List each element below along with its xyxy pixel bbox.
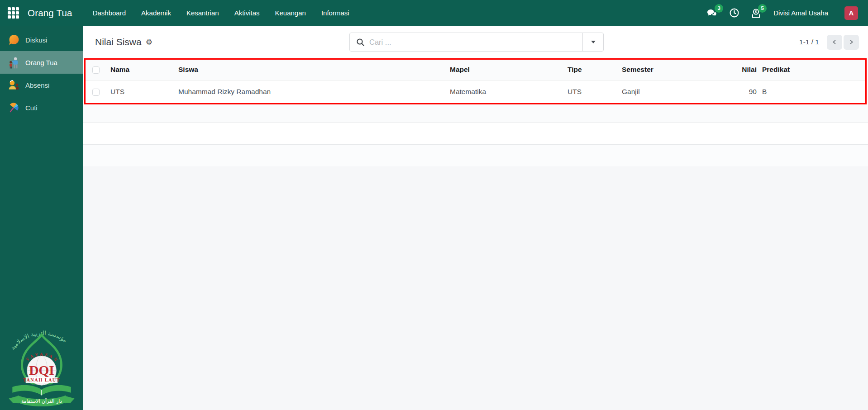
column-header-nama[interactable]: Nama	[106, 60, 174, 80]
svg-text:$: $	[755, 9, 757, 14]
sidebar-item-label: Cuti	[25, 104, 38, 112]
sidebar-item-label: Diskusi	[25, 36, 47, 44]
apps-grid-icon[interactable]	[8, 7, 19, 19]
logo-arabic-bottom: دار القرآن الاستقامة	[21, 398, 62, 404]
select-all-checkbox[interactable]	[92, 66, 100, 74]
messages-badge: 3	[715, 4, 723, 13]
cell-semester: Ganjil	[617, 80, 735, 103]
column-header-semester[interactable]: Semester	[617, 60, 735, 80]
column-header-siswa[interactable]: Siswa	[174, 60, 445, 80]
user-menu[interactable]: Divisi Amal Usaha	[773, 9, 828, 17]
cell-predikat: B	[758, 80, 865, 103]
table-row[interactable]: UTS Muhammad Rizky Ramadhan Matematika U…	[86, 80, 865, 103]
chevron-right-icon	[848, 39, 854, 45]
foundation-logo: مؤسسة التربية الاسلامية YAYASAN DQI TANA…	[0, 320, 83, 410]
search-box	[349, 33, 604, 52]
sidebar-item-cuti[interactable]: Cuti	[0, 96, 83, 119]
highlight-box: Nama Siswa Mapel Tipe Semester Nilai Pre…	[84, 58, 867, 104]
main-content: Nilai Siswa ⚙ 1-1 / 1	[83, 26, 868, 410]
donation-badge: 5	[758, 4, 767, 13]
sidebar-item-label: Orang Tua	[25, 59, 57, 66]
column-header-tipe[interactable]: Tipe	[563, 60, 617, 80]
umbrella-icon	[8, 102, 20, 114]
sidebar-item-label: Absensi	[25, 81, 49, 89]
cell-nilai: 90	[735, 80, 758, 103]
systray: 3 $ 5 Divisi Amal Usaha A	[706, 6, 858, 20]
content-background	[83, 166, 868, 410]
chevron-down-icon	[591, 41, 596, 43]
menu-informasi[interactable]: Informasi	[316, 6, 355, 19]
row-checkbox[interactable]	[92, 89, 100, 96]
cell-mapel: Matematika	[445, 80, 563, 103]
messages-icon[interactable]: 3	[706, 7, 718, 19]
records-table: Nama Siswa Mapel Tipe Semester Nilai Pre…	[86, 60, 865, 103]
sidebar-item-diskusi[interactable]: Diskusi	[0, 28, 83, 51]
menu-akademik[interactable]: Akademik	[136, 6, 176, 19]
table-header-row: Nama Siswa Mapel Tipe Semester Nilai Pre…	[86, 60, 865, 80]
attendance-person-icon	[8, 79, 20, 91]
column-header-predikat[interactable]: Predikat	[758, 60, 865, 80]
cell-tipe: UTS	[563, 80, 617, 103]
donation-tray-icon[interactable]: $ 5	[750, 7, 762, 19]
gear-icon[interactable]: ⚙	[146, 38, 153, 46]
top-menu: Dashboard Akademik Kesantrian Aktivitas …	[85, 0, 357, 26]
logo-dqi: DQI	[29, 363, 54, 377]
chevron-left-icon	[831, 39, 838, 45]
search-icon	[356, 38, 365, 47]
svg-text:مؤسسة التربية الاسلامية: مؤسسة التربية الاسلامية	[9, 330, 68, 351]
logo-tanah-laut: TANAH LAUT	[23, 377, 60, 382]
empty-row-stripe-2	[83, 145, 868, 166]
pager-range: 1-1 / 1	[799, 38, 819, 46]
cell-nama: UTS	[106, 80, 174, 103]
cell-siswa: Muhammad Rizky Ramadhan	[174, 80, 445, 103]
empty-row-white	[83, 123, 868, 145]
sidebar-item-absensi[interactable]: Absensi	[0, 74, 83, 96]
search-input[interactable]	[369, 33, 582, 51]
menu-kesantrian[interactable]: Kesantrian	[181, 6, 224, 19]
avatar[interactable]: A	[844, 6, 858, 20]
search-dropdown-toggle[interactable]	[582, 33, 603, 51]
activity-clock-icon[interactable]	[728, 7, 740, 19]
column-header-mapel[interactable]: Mapel	[445, 60, 563, 80]
control-panel: Nilai Siswa ⚙ 1-1 / 1	[83, 26, 868, 58]
dqi-logo: مؤسسة التربية الاسلامية YAYASAN DQI TANA…	[6, 320, 77, 409]
menu-dashboard[interactable]: Dashboard	[87, 6, 131, 19]
column-header-nilai[interactable]: Nilai	[735, 60, 758, 80]
discussion-icon	[8, 34, 20, 46]
menu-keuangan[interactable]: Keuangan	[270, 6, 311, 19]
page-title: Nilai Siswa	[95, 37, 142, 47]
clock-icon	[729, 7, 740, 19]
sidebar-item-orang-tua[interactable]: Orang Tua	[0, 51, 83, 74]
pager: 1-1 / 1	[799, 35, 859, 50]
app-title[interactable]: Orang Tua	[28, 8, 72, 19]
pager-prev-button[interactable]	[827, 35, 842, 50]
logo-arabic-top: مؤسسة التربية الاسلامية	[9, 330, 68, 351]
menu-aktivitas[interactable]: Aktivitas	[229, 6, 265, 19]
sidebar: Diskusi Orang Tua	[0, 26, 83, 410]
empty-row-stripe	[83, 104, 868, 123]
top-navbar: Orang Tua Dashboard Akademik Kesantrian …	[0, 0, 868, 26]
parent-child-icon	[8, 57, 20, 69]
pager-next-button[interactable]	[844, 35, 859, 50]
